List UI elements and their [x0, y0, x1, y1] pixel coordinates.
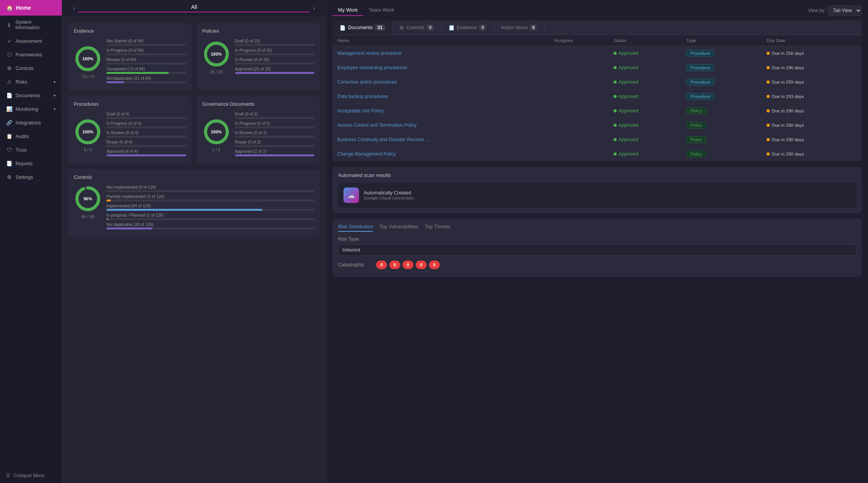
frameworks-icon: ⬡ [6, 52, 12, 58]
doc-name-link[interactable]: Management review procedure [337, 51, 401, 56]
doc-due-date: Due in 293 days [762, 89, 862, 104]
doc-name-link[interactable]: Change Management Policy [337, 151, 396, 157]
doc-status: Approved [609, 61, 682, 75]
doc-assignee [550, 133, 609, 147]
doc-status: Approved [609, 89, 682, 104]
doc-assignee [550, 118, 609, 133]
sidebar-item-integrations[interactable]: 🔗 Integrations [0, 116, 62, 130]
tab-my-work[interactable]: My Work [333, 5, 363, 16]
doc-status: Approved [609, 147, 682, 161]
table-row[interactable]: Change Management Policy Approved Policy… [333, 147, 862, 161]
table-row[interactable]: Corrective action procedures Approved Pr… [333, 75, 862, 89]
settings-icon: ⚙ [6, 174, 12, 180]
tab-team-work[interactable]: Team Work [363, 5, 400, 16]
risk-pill-5: 0 [429, 261, 440, 269]
doc-type: Policy [682, 147, 762, 161]
procedures-card: Procedures 100% 4 / 4 Draft (0 [68, 96, 192, 164]
sidebar-item-risks[interactable]: ⚠ Risks ▾ [0, 75, 62, 89]
scan-section-title: Automated scan results [338, 172, 856, 178]
doc-tab-evidence[interactable]: 🧾 Evidence 0 [441, 21, 494, 35]
risks-arrow: ▾ [54, 80, 56, 84]
sidebar-item-system-information[interactable]: ℹ System Information [0, 16, 62, 34]
doc-due-date: Due in 296 days [762, 61, 862, 75]
doc-status: Approved [609, 46, 682, 61]
doc-tab-action-items[interactable]: Action Items 8 [494, 21, 544, 35]
home-label: Home [16, 5, 31, 11]
doc-assignee [550, 104, 609, 118]
col-status: Status [609, 35, 682, 46]
col-assignee: Assignee [550, 35, 609, 46]
risk-tabs: Risk Distribution Top Vulnerabilities To… [338, 224, 856, 232]
controls-fraction: 94 / 98 [74, 214, 102, 219]
risk-tab-vulnerabilities[interactable]: Top Vulnerabilities [379, 224, 418, 232]
doc-tab-controls[interactable]: ⚙ Controls 0 [392, 21, 441, 35]
risk-tab-threats[interactable]: Top Threats [425, 224, 450, 232]
risk-type-select[interactable]: Inherent [338, 244, 856, 256]
sidebar-item-controls[interactable]: ⚙ Controls [0, 61, 62, 75]
google-cloud-icon: ☁ [343, 187, 359, 203]
doc-due-date: Due in 290 days [762, 147, 862, 161]
doc-status: Approved [609, 104, 682, 118]
documents-tab-count: 31 [375, 24, 385, 31]
doc-name-link[interactable]: Employee onboarding procedures [337, 65, 407, 70]
scan-item-subtitle: Google Cloud connection [364, 196, 414, 200]
scan-item-google-cloud[interactable]: ☁ Automatically Created Google Cloud con… [338, 183, 856, 208]
sidebar-item-monitoring[interactable]: 📊 Monitoring ▾ [0, 102, 62, 116]
view-by-select[interactable]: Tab View [828, 5, 862, 16]
table-row[interactable]: Acceptable Use Policy Approved Policy Du… [333, 104, 862, 118]
policies-percent: 100% [211, 52, 221, 56]
sidebar-item-audits[interactable]: 📋 Audits [0, 130, 62, 143]
col-due-date: Due Date [762, 35, 862, 46]
doc-name-link[interactable]: Data backup procedures [337, 94, 388, 99]
doc-type: Procedure [682, 75, 762, 89]
doc-name-link[interactable]: Corrective action procedures [337, 79, 397, 85]
risks-icon: ⚠ [6, 79, 12, 85]
doc-name-link[interactable]: Access Control and Termination Policy [337, 122, 417, 128]
collapse-menu-button[interactable]: ☰ Collapse Menu [0, 468, 62, 483]
documents-arrow: ▾ [54, 93, 56, 98]
nav-next-button[interactable]: › [310, 3, 318, 13]
doc-assignee [550, 75, 609, 89]
risk-pills-container: 0 0 0 0 0 [376, 261, 440, 269]
controls-tab-count: 0 [427, 24, 434, 31]
controls-card-title: Controls [74, 175, 314, 180]
sidebar-item-assessment[interactable]: ✓ Assessment [0, 34, 62, 48]
doc-name-link[interactable]: Business Continuity and Disaster Recover… [337, 137, 429, 142]
risk-pill-4: 0 [416, 261, 427, 269]
risk-type-label: Risk Type: [338, 236, 856, 242]
procedures-fraction: 4 / 4 [74, 147, 102, 152]
automated-scan-section: Automated scan results ☁ Automatically C… [333, 167, 862, 213]
doc-type: Policy [682, 133, 762, 147]
governance-card-title: Governance Documents [202, 102, 315, 107]
doc-status: Approved [609, 75, 682, 89]
sidebar-item-trust[interactable]: 🛡 Trust [0, 143, 62, 157]
doc-status: Approved [609, 133, 682, 147]
risk-catastrophic-row: Catastrophic 0 0 0 0 0 [338, 261, 856, 269]
table-row[interactable]: Data backup procedures Approved Procedur… [333, 89, 862, 104]
doc-name-link[interactable]: Acceptable Use Policy [337, 108, 383, 114]
doc-due-date: Due in 290 days [762, 133, 862, 147]
table-row[interactable]: Employee onboarding procedures Approved … [333, 61, 862, 75]
scan-item-title: Automatically Created [364, 190, 414, 196]
doc-assignee [550, 89, 609, 104]
risk-tab-distribution[interactable]: Risk Distribution [338, 224, 373, 232]
sidebar-item-settings[interactable]: ⚙ Settings [0, 170, 62, 184]
evidence-tab-icon: 🧾 [448, 25, 455, 31]
nav-prev-button[interactable]: ‹ [70, 3, 78, 13]
view-by-container: View by: Tab View [808, 5, 862, 16]
col-name: Name [333, 35, 550, 46]
table-row[interactable]: Access Control and Termination Policy Ap… [333, 118, 862, 133]
policies-card: Policies 100% 25 / 25 Draft (0 [197, 23, 320, 91]
risk-section: Risk Distribution Top Vulnerabilities To… [333, 219, 862, 277]
table-row[interactable]: Management review procedure Approved Pro… [333, 46, 862, 61]
doc-assignee [550, 61, 609, 75]
nav-bar: ‹ All › [62, 0, 326, 17]
doc-tab-documents[interactable]: 📄 Documents 31 [333, 21, 392, 35]
sidebar-item-documents[interactable]: 📄 Documents ▾ [0, 89, 62, 102]
sidebar-item-frameworks[interactable]: ⬡ Frameworks [0, 48, 62, 61]
controls-stat-rows: Not Implemented (0 of 126) Partially Imp… [106, 185, 314, 231]
sidebar-home[interactable]: 🏠 Home [0, 0, 62, 16]
sidebar-item-reports[interactable]: 📑 Reports [0, 157, 62, 170]
action-items-tab-label: Action Items [501, 25, 528, 30]
table-row[interactable]: Business Continuity and Disaster Recover… [333, 133, 862, 147]
